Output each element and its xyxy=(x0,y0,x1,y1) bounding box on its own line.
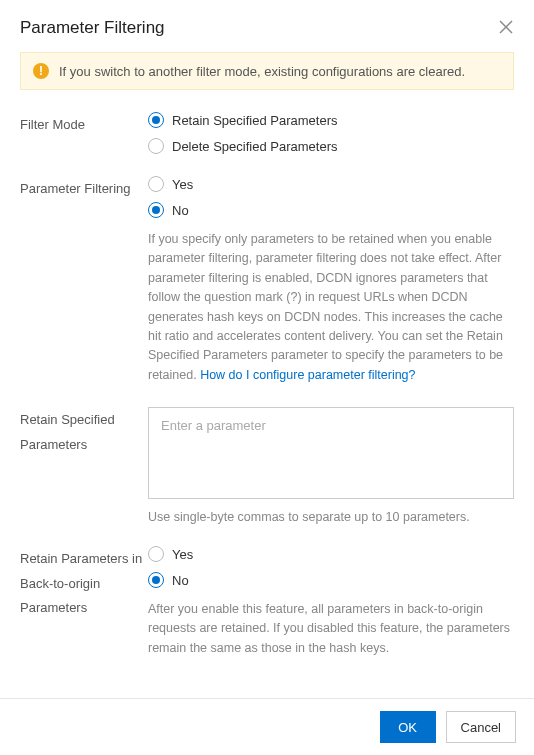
parameter-filtering-no-option[interactable]: No xyxy=(148,202,514,218)
radio-icon xyxy=(148,202,164,218)
radio-label: Yes xyxy=(172,547,193,562)
retain-back-origin-group: Yes No xyxy=(148,546,514,588)
radio-icon xyxy=(148,546,164,562)
parameter-filtering-help-link[interactable]: How do I configure parameter filtering? xyxy=(200,368,415,382)
retain-params-hint: Use single-byte commas to separate up to… xyxy=(148,510,514,524)
retain-params-label: Retain Specified Parameters xyxy=(20,407,148,457)
retain-back-origin-label: Retain Parameters in Back-to-origin Para… xyxy=(20,546,148,621)
retain-back-origin-no-option[interactable]: No xyxy=(148,572,514,588)
parameter-filtering-label: Parameter Filtering xyxy=(20,176,148,202)
radio-label: No xyxy=(172,203,189,218)
cancel-button[interactable]: Cancel xyxy=(446,711,516,743)
filter-mode-delete-option[interactable]: Delete Specified Parameters xyxy=(148,138,514,154)
alert-text: If you switch to another filter mode, ex… xyxy=(59,64,465,79)
retain-params-input[interactable] xyxy=(148,407,514,499)
parameter-filtering-yes-option[interactable]: Yes xyxy=(148,176,514,192)
radio-icon xyxy=(148,112,164,128)
retain-back-origin-help: After you enable this feature, all param… xyxy=(148,600,514,658)
radio-label: Retain Specified Parameters xyxy=(172,113,337,128)
warning-icon: ! xyxy=(33,63,49,79)
dialog-footer: OK Cancel xyxy=(0,698,534,755)
radio-label: No xyxy=(172,573,189,588)
close-icon[interactable] xyxy=(498,19,514,38)
alert-banner: ! If you switch to another filter mode, … xyxy=(20,52,514,90)
filter-mode-retain-option[interactable]: Retain Specified Parameters xyxy=(148,112,514,128)
parameter-filtering-group: Yes No xyxy=(148,176,514,218)
dialog-title: Parameter Filtering xyxy=(20,18,165,38)
filter-mode-group: Retain Specified Parameters Delete Speci… xyxy=(148,112,514,154)
radio-icon xyxy=(148,572,164,588)
radio-icon xyxy=(148,176,164,192)
radio-label: Yes xyxy=(172,177,193,192)
filter-mode-label: Filter Mode xyxy=(20,112,148,138)
ok-button[interactable]: OK xyxy=(380,711,436,743)
radio-label: Delete Specified Parameters xyxy=(172,139,337,154)
retain-back-origin-yes-option[interactable]: Yes xyxy=(148,546,514,562)
radio-icon xyxy=(148,138,164,154)
parameter-filtering-help: If you specify only parameters to be ret… xyxy=(148,230,514,385)
